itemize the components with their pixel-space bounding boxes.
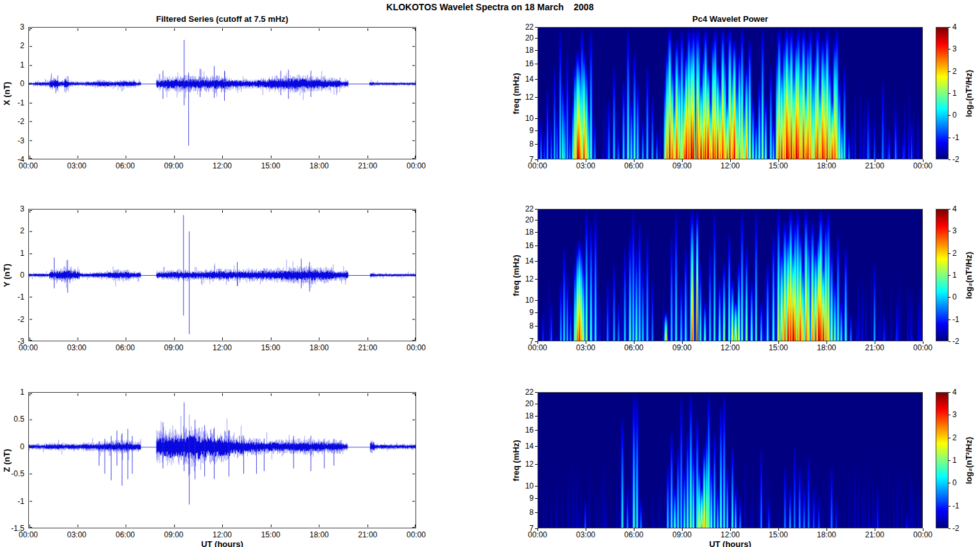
colorbar-tick-label: -2 [952, 524, 959, 533]
left-x-axis-label: UT (hours) [201, 539, 243, 547]
y-tick-mark [535, 97, 538, 98]
y-tick-label: 12 [525, 274, 534, 283]
y-tick-mark [535, 300, 538, 301]
x-tick-label: 09:00 [164, 343, 183, 352]
x-tick-label: 03:00 [576, 530, 595, 539]
y-tick-label: 18 [525, 46, 534, 55]
y-tick-mark [535, 27, 538, 28]
right-x-axis-label: UT (hours) [709, 539, 751, 547]
colorbar-tick-mark [949, 27, 950, 28]
y-tick-mark [535, 79, 538, 80]
y-tick-mark [535, 326, 538, 327]
y-tick-mark [535, 232, 538, 233]
colorbar-tick-label: 0 [952, 292, 957, 301]
y-tick-mark [535, 464, 538, 465]
y-tick-mark [535, 486, 538, 487]
x-tick-label: 00:00 [407, 343, 426, 352]
colorbar-tick-mark [949, 275, 950, 276]
x-tick-label: 06:00 [116, 530, 135, 539]
x-tick-label: 21:00 [865, 343, 884, 352]
x-tick-label: 06:00 [624, 530, 643, 539]
y-tick-mark [535, 312, 538, 313]
colorbar-tick-label: 3 [952, 410, 957, 419]
wavelet-power-x-canvas [538, 27, 923, 159]
x-tick-label: 15:00 [261, 530, 280, 539]
colorbar-tick-mark [949, 415, 950, 415]
x-tick-label: 15:00 [261, 161, 280, 170]
x-tick-label: 21:00 [865, 530, 884, 539]
y-tick-label: 16 [525, 241, 534, 250]
panel-filtered-series-z: Z (nT) UT (hours) 00:0003:0006:0009:0012… [28, 392, 416, 528]
x-tick-label: 03:00 [576, 161, 595, 170]
y-tick-label: -1 [17, 98, 24, 107]
x-tick-label: 21:00 [358, 161, 377, 170]
panel-wavelet-power-y: freq (mHz) 00:0003:0006:0009:0012:0015:0… [538, 209, 923, 341]
colorbar-tick-mark [949, 138, 950, 138]
y-tick-label: 20 [525, 399, 534, 408]
y-tick-label: 9 [529, 308, 534, 317]
y-tick-label: 14 [525, 442, 534, 451]
x-tick-label: 21:00 [358, 530, 377, 539]
x-tick-label: 00:00 [913, 530, 932, 539]
y-tick-label: 10 [525, 481, 534, 490]
x-tick-label: 09:00 [672, 161, 692, 170]
filtered-series-y-canvas [28, 209, 416, 341]
y-tick-label: 1 [20, 249, 24, 258]
panel-filtered-series-x: Filtered Series (cutoff at 7.5 mHz) X (n… [28, 27, 416, 159]
panel-wavelet-power-z: freq (mHz) UT (hours) 00:0003:0006:0009:… [538, 392, 923, 528]
y-tick-mark [535, 220, 538, 220]
y-tick-mark [535, 130, 538, 131]
filtered-series-z-ylabel-wrap: Z (nT) [0, 392, 28, 528]
y-tick-mark [535, 446, 538, 447]
y-tick-label: 20 [525, 215, 534, 224]
x-tick-label: 12:00 [213, 343, 232, 352]
colorbar-z-label-wrap: log₂(nT²/Hz) [956, 392, 980, 528]
x-tick-label: 15:00 [769, 530, 788, 539]
y-tick-label: 0 [20, 79, 24, 88]
y-tick-mark [535, 498, 538, 499]
colorbar-tick-mark [949, 438, 950, 438]
x-tick-label: 06:00 [116, 343, 135, 352]
x-tick-label: 06:00 [116, 161, 135, 170]
colorbar-tick-label: 3 [952, 226, 957, 235]
wavelet-power-x-ylabel: freq (mHz) [511, 73, 521, 114]
colorbar-tick-label: 3 [952, 44, 957, 53]
x-tick-label: 18:00 [310, 161, 329, 170]
colorbar-tick-mark [949, 341, 950, 342]
x-tick-label: 03:00 [67, 530, 86, 539]
x-tick-label: 00:00 [407, 530, 426, 539]
y-tick-label: 7 [529, 337, 534, 346]
y-tick-label: 20 [525, 33, 534, 42]
filtered-series-z-ylabel: Z (nT) [2, 449, 12, 472]
colorbar-tick-mark [949, 115, 950, 116]
colorbar-tick-label: 1 [952, 89, 957, 98]
colorbar-tick-mark [949, 49, 950, 49]
x-tick-label: 03:00 [67, 343, 86, 352]
colorbar-y-canvas [936, 209, 949, 341]
x-tick-label: 06:00 [624, 343, 643, 352]
colorbar-tick-mark [949, 93, 950, 94]
y-tick-mark [535, 159, 538, 160]
x-tick-label: 12:00 [721, 161, 740, 170]
colorbar-tick-label: 1 [952, 456, 957, 465]
y-tick-mark [535, 209, 538, 210]
y-tick-mark [535, 430, 538, 431]
y-tick-label: 18 [525, 411, 534, 420]
y-tick-mark [535, 144, 538, 145]
x-tick-label: 18:00 [817, 530, 836, 539]
y-tick-label: -3 [17, 337, 24, 346]
colorbar-tick-label: -1 [952, 133, 959, 142]
colorbar-y: log₂(nT²/Hz) 43210-1-2 [936, 209, 949, 341]
y-tick-label: 0 [20, 442, 24, 451]
x-tick-label: 00:00 [913, 343, 932, 352]
figure: KLOKOTOS Wavelet Spectra on 18 March 200… [0, 0, 980, 547]
colorbar-tick-label: 0 [952, 111, 957, 120]
y-tick-label: -1.5 [11, 524, 24, 533]
y-tick-mark [535, 50, 538, 51]
y-tick-label: 1 [20, 60, 24, 69]
y-tick-label: -2 [17, 315, 24, 324]
x-tick-label: 18:00 [310, 530, 329, 539]
y-tick-label: 0.5 [13, 415, 24, 424]
x-tick-label: 12:00 [721, 343, 740, 352]
filtered-series-x-canvas [28, 27, 416, 159]
